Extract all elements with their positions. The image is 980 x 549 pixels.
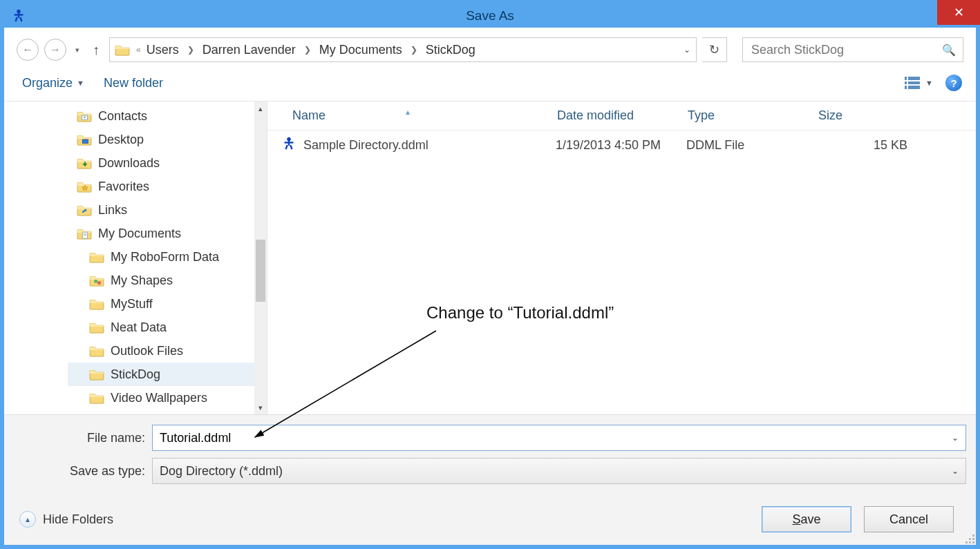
svg-point-6 <box>84 116 86 118</box>
folder-icon <box>76 227 93 240</box>
forward-button[interactable]: → <box>44 39 66 61</box>
folder-icon <box>88 344 105 358</box>
saveas-label: Save as type: <box>14 464 152 479</box>
svg-rect-4 <box>19 17 22 22</box>
tree-item-mystuff[interactable]: MyStuff <box>68 292 254 316</box>
folder-icon <box>76 133 93 146</box>
tree-item-desktop[interactable]: Desktop <box>68 128 254 151</box>
up-button[interactable]: ↑ <box>88 42 104 58</box>
breadcrumb-prefix: « <box>136 45 141 55</box>
annotation-text: Change to “Tutorial.ddml” <box>426 303 614 322</box>
save-button[interactable]: Save <box>762 506 851 532</box>
file-name: Sample Directory.ddml <box>303 138 428 153</box>
close-button[interactable]: ✕ <box>937 0 980 25</box>
window-title: Save As <box>466 8 514 23</box>
svg-rect-2 <box>15 14 23 15</box>
file-size: 15 KB <box>817 138 924 153</box>
address-dropdown[interactable]: ⌄ <box>678 45 696 55</box>
breadcrumb-segment[interactable]: Users <box>145 43 180 57</box>
search-input[interactable] <box>750 42 942 58</box>
chevron-down-icon: ▼ <box>77 79 84 87</box>
tree-item-label: My Shapes <box>111 273 173 288</box>
title-bar: Save As ✕ <box>4 4 976 28</box>
folder-icon <box>76 109 93 123</box>
svg-rect-7 <box>82 139 88 143</box>
folder-icon <box>88 391 105 405</box>
svg-point-12 <box>97 281 101 285</box>
filename-field-wrapper: ⌄ <box>152 425 966 451</box>
file-date: 1/19/2013 4:50 PM <box>556 138 686 153</box>
scroll-thumb[interactable] <box>256 240 265 302</box>
address-bar[interactable]: « Users ❯ Darren Lavender ❯ My Documents… <box>109 37 697 62</box>
file-icon <box>281 136 296 155</box>
history-dropdown[interactable]: ▾ <box>72 46 83 55</box>
saveas-value: Dog Directory (*.ddml) <box>153 464 945 479</box>
tree-item-links[interactable]: Links <box>68 198 254 222</box>
tree-item-label: MyStuff <box>111 297 153 311</box>
folder-icon <box>88 297 105 311</box>
column-name[interactable]: Name ▴ <box>267 108 556 123</box>
annotation-overlay: Change to “Tutorial.ddml” <box>426 303 614 322</box>
svg-rect-3 <box>15 17 17 22</box>
chevron-right-icon: ❯ <box>411 45 417 55</box>
file-list-area: Name ▴ Date modified Type Size Sample Di… <box>267 102 976 414</box>
file-row[interactable]: Sample Directory.ddml1/19/2013 4:50 PMDD… <box>267 131 976 160</box>
folder-icon <box>88 367 105 381</box>
hide-folders-toggle[interactable]: ▴ Hide Folders <box>19 511 113 528</box>
search-icon: 🔍 <box>942 44 956 57</box>
tree-item-my-roboform-data[interactable]: My RoboForm Data <box>68 245 254 269</box>
tree-item-my-documents[interactable]: My Documents <box>68 222 254 245</box>
cancel-button[interactable]: Cancel <box>864 506 954 532</box>
dialog-body: ContactsDesktopDownloadsFavoritesLinksMy… <box>4 102 976 414</box>
tree-item-stickdog[interactable]: StickDog <box>68 363 254 386</box>
breadcrumb-segment[interactable]: My Documents <box>318 43 404 57</box>
tree-item-label: Outlook Files <box>111 344 183 358</box>
breadcrumb-segment[interactable]: Darren Lavender <box>201 43 297 57</box>
new-folder-button[interactable]: New folder <box>104 76 163 90</box>
tree-item-downloads[interactable]: Downloads <box>68 151 254 175</box>
file-list[interactable]: Sample Directory.ddml1/19/2013 4:50 PMDD… <box>267 131 976 414</box>
sidebar-scrollbar[interactable]: ▴ ▾ <box>254 102 267 414</box>
tree-item-label: Desktop <box>98 133 144 147</box>
tree-item-label: Downloads <box>98 156 160 171</box>
svg-rect-17 <box>290 144 292 149</box>
navigation-bar: ← → ▾ ↑ « Users ❯ Darren Lavender ❯ My D… <box>4 28 976 68</box>
filename-dropdown[interactable]: ⌄ <box>945 433 965 443</box>
back-button[interactable]: ← <box>17 39 39 61</box>
column-type[interactable]: Type <box>686 108 817 123</box>
close-icon: ✕ <box>954 5 964 20</box>
tree-item-label: My Documents <box>98 227 181 241</box>
tree-item-contacts[interactable]: Contacts <box>68 104 254 128</box>
folder-icon <box>88 273 105 287</box>
svg-rect-15 <box>285 142 294 143</box>
save-form: File name: ⌄ Save as type: Dog Directory… <box>4 414 976 545</box>
saveas-type-select[interactable]: Dog Directory (*.ddml) ⌄ <box>152 458 966 484</box>
column-date[interactable]: Date modified <box>556 108 686 123</box>
search-box[interactable]: 🔍 <box>742 37 963 62</box>
help-button[interactable]: ? <box>945 75 962 91</box>
tree-item-favorites[interactable]: Favorites <box>68 175 254 198</box>
app-icon <box>10 7 28 25</box>
tree-item-video-wallpapers[interactable]: Video Wallpapers <box>68 386 254 410</box>
resize-grip[interactable] <box>965 534 974 543</box>
hide-folders-label: Hide Folders <box>43 512 113 527</box>
scroll-up-icon[interactable]: ▴ <box>258 102 263 115</box>
folder-icon <box>76 180 93 193</box>
sort-indicator-icon: ▴ <box>406 107 410 117</box>
save-as-dialog: Save As ✕ ← → ▾ ↑ « Users ❯ Darren Laven… <box>0 0 980 549</box>
tree-item-my-shapes[interactable]: My Shapes <box>68 269 254 292</box>
scroll-down-icon[interactable]: ▾ <box>258 401 263 414</box>
tree-item-label: Favorites <box>98 180 149 194</box>
view-button[interactable]: ▼ <box>905 77 933 89</box>
refresh-button[interactable]: ↻ <box>702 37 727 62</box>
breadcrumb-segment[interactable]: StickDog <box>424 43 477 57</box>
tree-item-outlook-files[interactable]: Outlook Files <box>68 339 254 363</box>
filename-input[interactable] <box>153 431 945 445</box>
folder-tree[interactable]: ContactsDesktopDownloadsFavoritesLinksMy… <box>68 102 254 414</box>
column-size[interactable]: Size <box>817 108 924 123</box>
chevron-down-icon: ⌄ <box>945 466 965 476</box>
tree-item-label: My RoboForm Data <box>111 250 219 264</box>
tree-item-neat-data[interactable]: Neat Data <box>68 316 254 339</box>
svg-rect-16 <box>285 144 288 149</box>
organize-button[interactable]: Organize ▼ <box>22 76 84 90</box>
